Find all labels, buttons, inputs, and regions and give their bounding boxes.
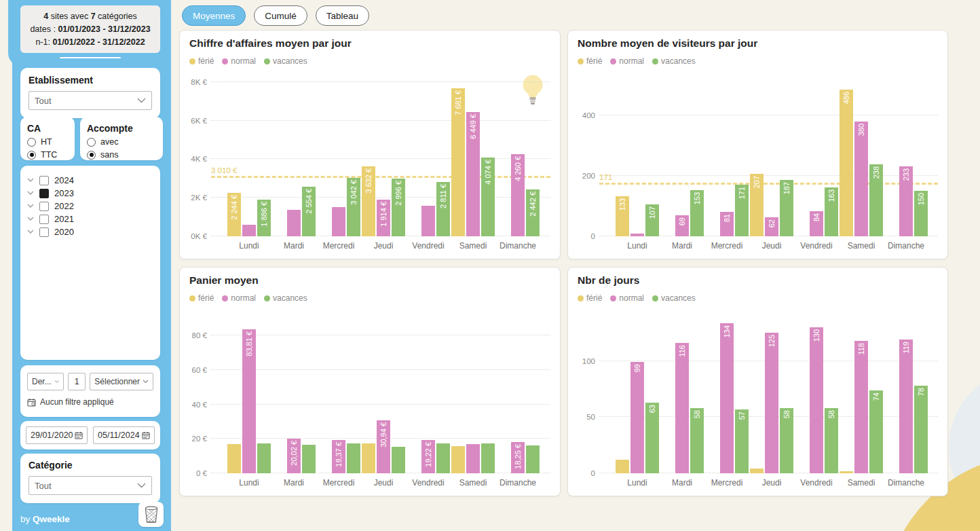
calendar-icon[interactable] bbox=[75, 431, 83, 439]
bar-normal-samedi[interactable]: 118 bbox=[854, 341, 868, 473]
bar-vacances-jeudi[interactable]: 58 bbox=[780, 408, 793, 473]
legend-item-ferie[interactable]: férié bbox=[189, 293, 214, 303]
bar-vacances-lundi[interactable]: 63 bbox=[645, 403, 659, 473]
bar-normal-lundi[interactable]: 99 bbox=[630, 362, 644, 473]
year-label[interactable]: 2022 bbox=[54, 201, 74, 211]
bar-normal-samedi[interactable] bbox=[466, 444, 480, 473]
year-label[interactable]: 2024 bbox=[54, 175, 74, 185]
bar-vacances-vendredi[interactable]: 58 bbox=[825, 408, 838, 473]
bar-normal-lundi[interactable]: 83,81 € bbox=[242, 329, 256, 473]
legend-item-ferie[interactable]: férié bbox=[578, 56, 602, 66]
bar-vacances-mercredi[interactable]: 57 bbox=[735, 409, 749, 473]
ca-option-ht[interactable]: HT bbox=[27, 137, 68, 147]
bar-vacances-dimanche[interactable] bbox=[526, 445, 540, 473]
bar-normal-mercredi[interactable]: 134 bbox=[720, 323, 734, 473]
radio-icon[interactable] bbox=[87, 138, 96, 147]
bar-normal-vendredi[interactable]: 84 bbox=[810, 211, 823, 236]
bar-vacances-vendredi[interactable] bbox=[436, 443, 450, 473]
tab-moyennes[interactable]: Moyennes bbox=[182, 5, 246, 26]
legend-item-vacances[interactable]: vacances bbox=[652, 56, 696, 66]
bar-normal-jeudi[interactable]: 1 914 € bbox=[377, 200, 390, 236]
bar-normal-mardi[interactable]: 116 bbox=[675, 343, 689, 473]
bar-vacances-lundi[interactable] bbox=[257, 443, 271, 473]
bar-normal-lundi[interactable] bbox=[630, 234, 644, 236]
bar-vacances-mardi[interactable]: 58 bbox=[690, 408, 704, 473]
chevron-down-icon[interactable] bbox=[27, 230, 34, 234]
radio-icon[interactable] bbox=[87, 151, 96, 160]
chevron-down-icon[interactable] bbox=[27, 178, 34, 183]
bar-normal-mardi[interactable]: 69 bbox=[675, 215, 689, 236]
bar-normal-dimanche[interactable]: 18,25 € bbox=[511, 442, 525, 473]
filter-unit-select[interactable]: Sélectionner bbox=[90, 373, 153, 390]
bar-normal-jeudi[interactable]: 30,94 € bbox=[377, 420, 390, 473]
bar-ferie-jeudi[interactable] bbox=[362, 443, 375, 473]
bar-vacances-samedi[interactable]: 238 bbox=[869, 164, 883, 236]
date-from-input[interactable]: 29/01/2020 bbox=[26, 426, 88, 444]
bar-vacances-dimanche[interactable]: 150 bbox=[914, 191, 928, 236]
year-checkbox[interactable] bbox=[39, 176, 49, 185]
bar-normal-mardi[interactable] bbox=[287, 210, 301, 236]
bar-ferie-lundi[interactable]: 2 244 € bbox=[227, 193, 241, 236]
bar-vacances-samedi[interactable]: 74 bbox=[869, 390, 883, 473]
bar-normal-vendredi[interactable]: 130 bbox=[810, 327, 823, 473]
legend-item-normal[interactable]: normal bbox=[610, 293, 644, 303]
bar-normal-jeudi[interactable]: 125 bbox=[765, 333, 778, 473]
legend-item-ferie[interactable]: férié bbox=[578, 293, 602, 303]
bar-normal-mercredi[interactable] bbox=[332, 207, 345, 236]
bar-normal-mercredi[interactable]: 19,37 € bbox=[332, 440, 345, 473]
bar-normal-samedi[interactable]: 380 bbox=[854, 122, 868, 236]
bar-vacances-jeudi[interactable]: 187 bbox=[780, 180, 793, 236]
legend-item-vacances[interactable]: vacances bbox=[264, 293, 307, 303]
bar-vacances-samedi[interactable] bbox=[481, 443, 495, 473]
bar-normal-mardi[interactable]: 20,02 € bbox=[287, 439, 301, 473]
bar-normal-mercredi[interactable]: 81 bbox=[720, 212, 734, 236]
accompte-option-sans[interactable]: sans bbox=[87, 150, 156, 160]
calendar-icon[interactable] bbox=[142, 431, 150, 439]
tab-cumule[interactable]: Cumulé bbox=[254, 5, 307, 26]
bar-normal-dimanche[interactable]: 119 bbox=[899, 340, 913, 473]
legend-item-normal[interactable]: normal bbox=[610, 56, 644, 66]
bar-vacances-vendredi[interactable]: 163 bbox=[825, 187, 838, 236]
bar-ferie-samedi[interactable]: 486 bbox=[840, 90, 853, 236]
bar-vacances-jeudi[interactable] bbox=[392, 447, 405, 473]
filter-type-select[interactable]: Der... bbox=[27, 373, 64, 390]
year-label[interactable]: 2020 bbox=[54, 227, 74, 237]
chevron-down-icon[interactable] bbox=[27, 204, 34, 208]
year-checkbox[interactable] bbox=[39, 215, 49, 224]
bar-vacances-mardi[interactable]: 2 554 € bbox=[302, 187, 316, 236]
bar-vacances-dimanche[interactable]: 2 442 € bbox=[526, 189, 540, 236]
filter-count-input[interactable]: 1 bbox=[68, 373, 86, 390]
bar-ferie-samedi[interactable] bbox=[840, 471, 853, 473]
bar-normal-vendredi[interactable]: 19,22 € bbox=[421, 440, 435, 473]
chevron-down-icon[interactable] bbox=[27, 217, 34, 221]
bar-normal-dimanche[interactable]: 4 260 € bbox=[511, 154, 525, 236]
legend-item-normal[interactable]: normal bbox=[222, 293, 256, 303]
bar-vacances-mardi[interactable] bbox=[302, 445, 316, 473]
bar-vacances-samedi[interactable]: 4 074 € bbox=[481, 158, 495, 236]
bar-ferie-jeudi[interactable]: 3 632 € bbox=[362, 166, 375, 236]
ca-option-ttc[interactable]: TTC bbox=[27, 150, 68, 160]
year-checkbox[interactable] bbox=[39, 189, 49, 198]
bar-vacances-mercredi[interactable] bbox=[347, 443, 360, 473]
legend-item-normal[interactable]: normal bbox=[222, 56, 256, 66]
bar-vacances-vendredi[interactable]: 2 811 € bbox=[436, 182, 450, 236]
year-checkbox[interactable] bbox=[39, 227, 49, 237]
bar-ferie-jeudi[interactable]: 207 bbox=[750, 174, 764, 236]
legend-item-ferie[interactable]: férié bbox=[189, 56, 214, 66]
bar-ferie-lundi[interactable]: 133 bbox=[616, 196, 629, 236]
legend-item-vacances[interactable]: vacances bbox=[652, 293, 696, 303]
reset-filters-button[interactable] bbox=[138, 502, 164, 527]
bar-vacances-dimanche[interactable]: 78 bbox=[914, 386, 928, 473]
bar-vacances-lundi[interactable]: 1 886 € bbox=[257, 200, 271, 236]
year-checkbox[interactable] bbox=[39, 202, 49, 211]
year-label[interactable]: 2023 bbox=[54, 188, 74, 198]
bar-normal-lundi[interactable] bbox=[242, 225, 256, 236]
bar-vacances-jeudi[interactable]: 2 996 € bbox=[392, 179, 405, 236]
bar-normal-dimanche[interactable]: 233 bbox=[899, 166, 913, 236]
year-label[interactable]: 2021 bbox=[54, 214, 74, 224]
accompte-option-avec[interactable]: avec bbox=[87, 137, 156, 147]
chevron-down-icon[interactable] bbox=[27, 191, 34, 196]
bar-normal-jeudi[interactable]: 62 bbox=[765, 217, 778, 236]
etablissement-select[interactable]: Tout bbox=[29, 91, 152, 110]
bar-ferie-lundi[interactable] bbox=[616, 460, 629, 473]
